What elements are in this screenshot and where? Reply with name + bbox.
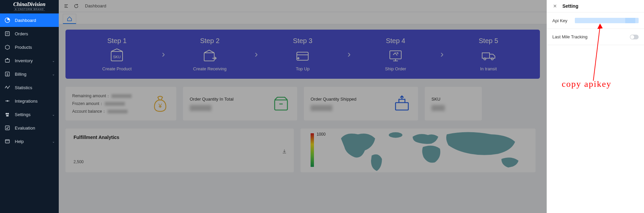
inventory-icon: [5, 58, 10, 63]
annotation-text: copy apikey: [562, 79, 611, 89]
sidebar-item-evaluation[interactable]: Evaluation: [0, 121, 59, 135]
dashboard-icon: [5, 17, 10, 23]
products-icon: [5, 44, 10, 50]
sidebar-item-label: Dashboard: [15, 18, 36, 23]
billing-icon: $: [5, 71, 10, 77]
sidebar-item-label: Orders: [15, 31, 28, 36]
svg-rect-4: [5, 59, 9, 62]
brand-logo: ChinaDivision A CNSTORM BRAND: [0, 0, 59, 12]
evaluation-icon: [5, 125, 10, 131]
panel-header: ✕ Setting: [547, 0, 644, 12]
api-key-label: Api Key: [552, 18, 567, 23]
sidebar-item-dashboard[interactable]: Dashboard: [0, 13, 59, 27]
svg-rect-11: [5, 126, 9, 130]
sidebar-item-label: Billing: [15, 72, 27, 77]
help-icon: [5, 139, 10, 144]
sidebar-item-billing[interactable]: $ Billing ⌄: [0, 67, 59, 81]
panel-row-tracking: Last Mile Tracking: [547, 29, 644, 45]
close-icon[interactable]: ✕: [552, 3, 558, 9]
statistics-icon: [5, 85, 10, 90]
settings-panel: ✕ Setting Api Key Last Mile Tracking cop…: [547, 0, 644, 213]
api-key-value[interactable]: [575, 18, 639, 23]
sidebar-item-label: Settings: [15, 112, 31, 117]
chevron-down-icon: ⌄: [52, 113, 55, 116]
brand-subtitle: A CNSTORM BRAND: [14, 8, 45, 11]
sidebar-nav: Dashboard Orders Products Inventory ⌄ $ …: [0, 12, 59, 213]
brand-name: ChinaDivision: [13, 1, 45, 7]
chevron-down-icon: ⌄: [52, 140, 55, 143]
sidebar-item-products[interactable]: Products: [0, 40, 59, 54]
integrations-icon: [5, 98, 10, 104]
sidebar-item-label: Help: [15, 139, 24, 144]
sidebar: ChinaDivision A CNSTORM BRAND Dashboard …: [0, 0, 59, 213]
svg-point-8: [6, 113, 7, 115]
settings-icon: [5, 112, 10, 117]
sidebar-item-label: Products: [15, 45, 32, 50]
svg-rect-12: [5, 140, 9, 143]
sidebar-item-statistics[interactable]: Statistics: [0, 81, 59, 94]
svg-rect-5: [7, 58, 8, 59]
sidebar-item-settings[interactable]: Settings ⌄: [0, 108, 59, 121]
sidebar-item-help[interactable]: Help ⌄: [0, 135, 59, 148]
sidebar-item-label: Inventory: [15, 58, 33, 63]
panel-title: Setting: [562, 3, 578, 9]
sidebar-item-label: Evaluation: [15, 126, 35, 131]
sidebar-item-label: Integrations: [15, 99, 38, 104]
sidebar-item-inventory[interactable]: Inventory ⌄: [0, 54, 59, 67]
sidebar-item-label: Statistics: [15, 85, 32, 90]
modal-backdrop[interactable]: [59, 0, 547, 213]
main-area: Dashboard Step 1 SKU Create Product › St…: [59, 0, 547, 213]
chevron-down-icon: ⌄: [52, 59, 55, 63]
tracking-label: Last Mile Tracking: [552, 34, 588, 39]
svg-point-9: [7, 113, 9, 115]
svg-text:$: $: [6, 73, 8, 76]
sidebar-item-integrations[interactable]: Integrations: [0, 94, 59, 108]
svg-rect-1: [5, 32, 9, 36]
tracking-toggle[interactable]: [630, 35, 639, 39]
panel-row-apikey: Api Key: [547, 12, 644, 29]
orders-icon: [5, 31, 10, 36]
svg-rect-10: [6, 115, 9, 116]
chevron-down-icon: ⌄: [52, 72, 55, 76]
sidebar-item-orders[interactable]: Orders: [0, 27, 59, 40]
